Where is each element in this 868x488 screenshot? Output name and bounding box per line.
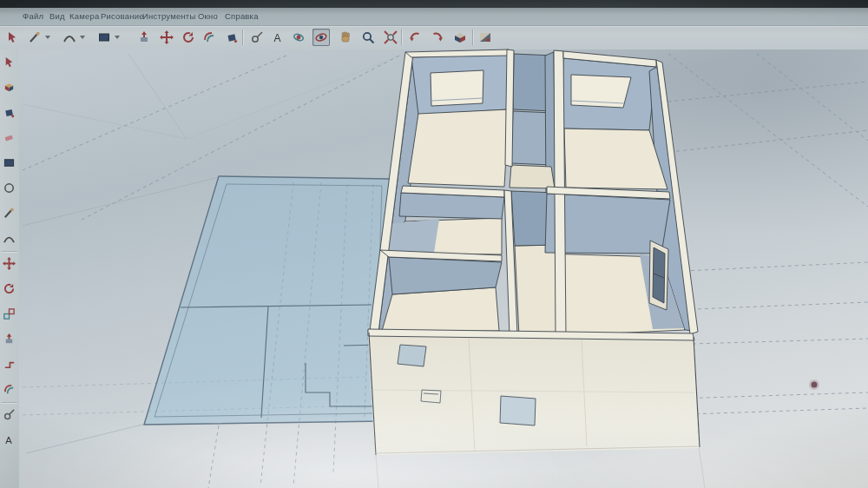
axis-origin-point <box>809 379 819 390</box>
front-door-opening <box>500 396 536 425</box>
house-model[interactable] <box>368 49 705 488</box>
floor-plan-face[interactable] <box>144 176 390 425</box>
room-floor-back-left <box>408 109 509 187</box>
closet-floor <box>510 165 555 188</box>
window-opening-back-right <box>571 75 631 108</box>
photographed-monitor: A Файл Вид Камера Рисование Инструменты … <box>0 0 868 488</box>
front-window-small <box>398 345 426 366</box>
viewport-scene[interactable] <box>0 0 868 488</box>
back-wall-left-rim <box>405 49 509 57</box>
window-opening-back-left <box>431 70 483 106</box>
background-edges <box>23 54 401 139</box>
sketchup-window: A Файл Вид Камера Рисование Инструменты … <box>0 0 868 488</box>
room-floor-back-right <box>564 129 667 189</box>
floor-shadow <box>386 219 439 253</box>
closet-wall-rim <box>505 49 514 167</box>
window-opening-right-wall <box>649 241 668 310</box>
